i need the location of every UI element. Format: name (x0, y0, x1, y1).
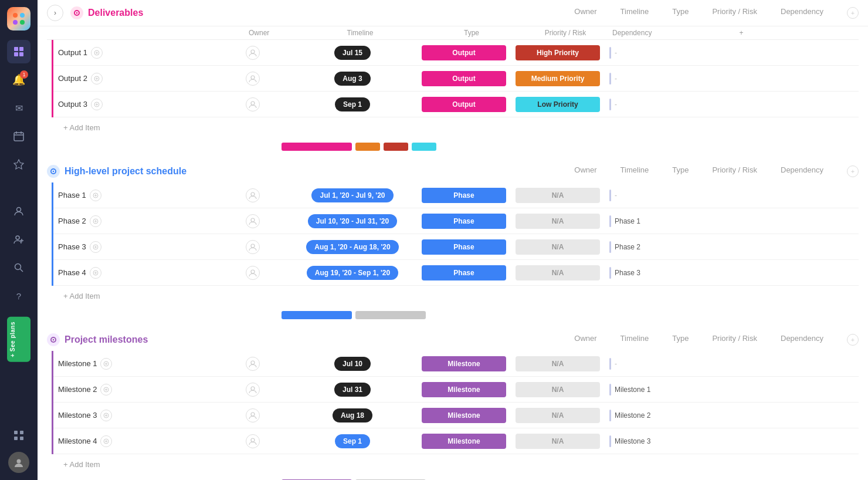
add-column-button[interactable]: + (847, 7, 859, 19)
row-action-output1[interactable] (722, 48, 745, 58)
row-name-output1: Output 1 (53, 42, 241, 63)
svg-point-14 (16, 236, 19, 239)
add-comment-button[interactable] (91, 73, 103, 84)
row-owner-phase3[interactable] (241, 235, 288, 259)
add-comment-button[interactable] (100, 384, 112, 396)
row-type-ms3[interactable]: Milestone (417, 403, 511, 428)
row-action-phase3[interactable] (722, 242, 745, 252)
row-action-ms4[interactable] (722, 437, 745, 446)
row-owner-output3[interactable] (241, 93, 288, 116)
row-priority-phase4[interactable]: N/A (511, 261, 605, 285)
sidebar-item-help[interactable]: ? (7, 284, 30, 307)
row-owner-ms3[interactable] (241, 404, 288, 427)
row-owner-output2[interactable] (241, 67, 288, 90)
row-action-ms1[interactable] (722, 359, 745, 369)
row-owner-phase2[interactable] (241, 209, 288, 233)
row-timeline-output3: Sep 1 (288, 93, 417, 116)
row-dep-ms2: Milestone 1 (605, 381, 722, 398)
row-type-phase3[interactable]: Phase (417, 235, 511, 259)
row-type-phase4[interactable]: Phase (417, 261, 511, 285)
row-dep-ms1: - (605, 356, 722, 372)
user-avatar[interactable] (8, 452, 29, 473)
svg-point-1 (20, 13, 25, 18)
row-type-ms2[interactable]: Milestone (417, 377, 511, 402)
sched-col-priority: Priority / Risk (712, 165, 757, 177)
sidebar-item-messages[interactable]: ✉ (7, 96, 30, 120)
add-comment-button[interactable] (100, 410, 112, 421)
row-action-phase1[interactable] (722, 191, 745, 200)
row-owner-ms4[interactable] (241, 430, 288, 453)
add-comment-button[interactable] (90, 215, 101, 227)
expand-button[interactable]: › (47, 5, 63, 21)
sidebar-item-favorites[interactable] (7, 153, 30, 176)
svg-point-65 (251, 361, 255, 364)
row-owner-phase4[interactable] (241, 261, 288, 285)
row-priority-ms3[interactable]: N/A (511, 403, 605, 428)
row-priority-ms1[interactable]: N/A (511, 351, 605, 376)
sidebar-item-workspace[interactable] (7, 40, 30, 63)
row-priority-output1[interactable]: High Priority (511, 40, 605, 65)
add-comment-button[interactable] (100, 358, 112, 370)
row-priority-ms4[interactable]: N/A (511, 429, 605, 454)
row-type-ms1[interactable]: Milestone (417, 351, 511, 376)
row-owner-output1[interactable] (241, 41, 288, 65)
row-action-output2[interactable] (722, 74, 745, 83)
help-icon: ? (16, 291, 21, 301)
sidebar-item-notifications[interactable]: 🔔 1 (7, 68, 30, 92)
row-priority-phase3[interactable]: N/A (511, 235, 605, 259)
header-add[interactable]: + (730, 29, 753, 37)
svg-rect-7 (19, 52, 23, 56)
col-owner: Owner (574, 7, 596, 19)
row-action-ms2[interactable] (722, 385, 745, 394)
svg-point-46 (251, 192, 255, 196)
add-comment-button[interactable] (90, 190, 101, 201)
schedule-add-item[interactable]: + Add Item (47, 286, 859, 306)
sidebar-item-search[interactable] (7, 256, 30, 279)
svg-point-27 (76, 12, 78, 14)
sidebar-item-calendar[interactable] (7, 124, 30, 148)
milestones-add-item[interactable]: + Add Item (47, 454, 859, 475)
schedule-rows: Phase 1 Jul 1, '20 - Jul 9, '20 Phase N/… (52, 182, 859, 286)
add-comment-button[interactable] (91, 47, 103, 59)
svg-point-2 (13, 20, 18, 25)
row-type-output1[interactable]: Output (417, 40, 511, 65)
row-type-phase1[interactable]: Phase (417, 183, 511, 208)
svg-point-3 (20, 20, 25, 25)
row-type-ms4[interactable]: Milestone (417, 429, 511, 454)
add-comment-button[interactable] (90, 241, 101, 253)
row-action-phase2[interactable] (722, 217, 745, 226)
table-row: Phase 3 Aug 1, '20 - Aug 18, '20 Phase N… (53, 234, 859, 260)
row-priority-output2[interactable]: Medium Priority (511, 66, 605, 91)
ms4-label: Milestone 4 (58, 437, 97, 445)
row-priority-ms2[interactable]: N/A (511, 377, 605, 402)
sidebar-item-grid[interactable] (7, 424, 30, 447)
row-type-phase2[interactable]: Phase (417, 209, 511, 234)
row-priority-phase2[interactable]: N/A (511, 209, 605, 234)
app-logo[interactable] (7, 7, 30, 31)
sched-add-column-button[interactable]: + (847, 165, 859, 177)
row-owner-phase1[interactable] (241, 184, 288, 207)
add-comment-button[interactable] (100, 435, 112, 447)
table-row: Output 2 Aug 3 Output Medium Priority (53, 66, 859, 92)
row-action-ms3[interactable] (722, 411, 745, 420)
output2-label: Output 2 (58, 74, 87, 83)
row-owner-ms1[interactable] (241, 352, 288, 376)
deliverables-add-item[interactable]: + Add Item (47, 117, 859, 138)
row-action-phase4[interactable] (722, 268, 745, 278)
row-action-output3[interactable] (722, 100, 745, 109)
row-owner-ms2[interactable] (241, 378, 288, 401)
sidebar-item-add-person[interactable] (7, 228, 30, 251)
ms-add-column-button[interactable]: + (847, 334, 859, 346)
row-priority-output3[interactable]: Low Priority (511, 92, 605, 117)
row-priority-phase1[interactable]: N/A (511, 183, 605, 208)
svg-point-42 (53, 171, 55, 173)
row-type-output3[interactable]: Output (417, 92, 511, 117)
color-bar-gray (355, 311, 426, 319)
add-comment-button[interactable] (90, 267, 101, 279)
row-type-output2[interactable]: Output (417, 66, 511, 91)
see-plans-button[interactable]: + See plans (7, 317, 30, 362)
row-timeline-phase4: Aug 19, '20 - Sep 1, '20 (288, 261, 417, 285)
table-row: Phase 1 Jul 1, '20 - Jul 9, '20 Phase N/… (53, 182, 859, 208)
add-comment-button[interactable] (91, 99, 103, 110)
sidebar-item-people[interactable] (7, 200, 30, 223)
